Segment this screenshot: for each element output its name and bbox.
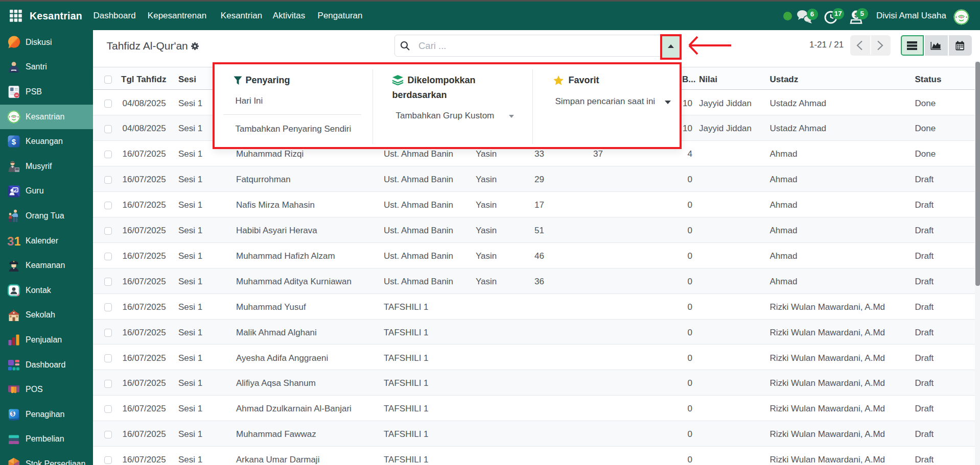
svg-text:1: 1 — [14, 234, 21, 248]
svg-text:$: $ — [12, 137, 16, 146]
svg-text:3: 3 — [7, 234, 14, 248]
svg-text:$: $ — [11, 410, 14, 417]
